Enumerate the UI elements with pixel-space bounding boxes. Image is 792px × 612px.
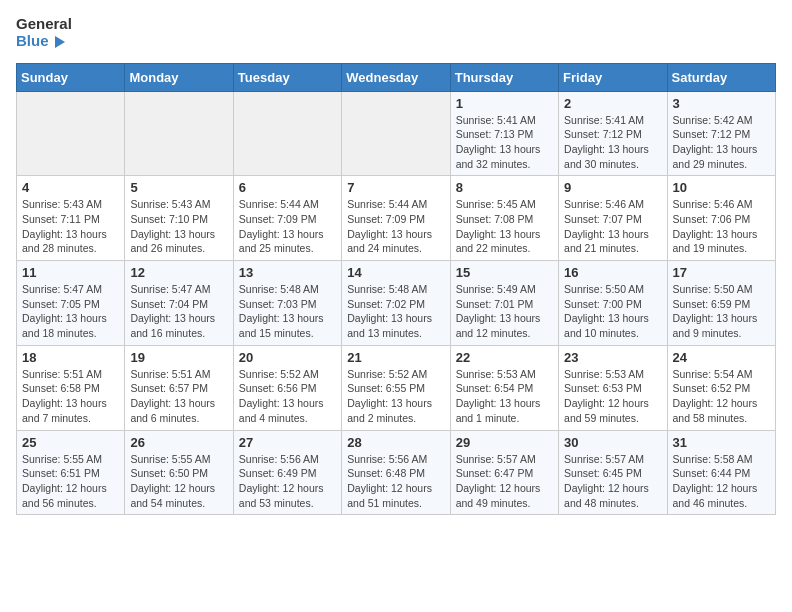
calendar-cell: 25Sunrise: 5:55 AM Sunset: 6:51 PM Dayli… <box>17 430 125 515</box>
calendar-cell: 22Sunrise: 5:53 AM Sunset: 6:54 PM Dayli… <box>450 345 558 430</box>
calendar-table: SundayMondayTuesdayWednesdayThursdayFrid… <box>16 63 776 516</box>
calendar-week-row: 11Sunrise: 5:47 AM Sunset: 7:05 PM Dayli… <box>17 261 776 346</box>
calendar-cell: 19Sunrise: 5:51 AM Sunset: 6:57 PM Dayli… <box>125 345 233 430</box>
day-number: 29 <box>456 435 553 450</box>
day-number: 5 <box>130 180 227 195</box>
day-number: 9 <box>564 180 661 195</box>
day-info: Sunrise: 5:45 AM Sunset: 7:08 PM Dayligh… <box>456 197 553 256</box>
logo-text: General Blue <box>16 16 72 51</box>
calendar-cell: 15Sunrise: 5:49 AM Sunset: 7:01 PM Dayli… <box>450 261 558 346</box>
day-number: 31 <box>673 435 770 450</box>
calendar-cell: 1Sunrise: 5:41 AM Sunset: 7:13 PM Daylig… <box>450 91 558 176</box>
day-number: 21 <box>347 350 444 365</box>
calendar-cell: 10Sunrise: 5:46 AM Sunset: 7:06 PM Dayli… <box>667 176 775 261</box>
calendar-cell <box>17 91 125 176</box>
day-info: Sunrise: 5:56 AM Sunset: 6:49 PM Dayligh… <box>239 452 336 511</box>
day-number: 20 <box>239 350 336 365</box>
day-number: 22 <box>456 350 553 365</box>
calendar-cell: 26Sunrise: 5:55 AM Sunset: 6:50 PM Dayli… <box>125 430 233 515</box>
day-number: 2 <box>564 96 661 111</box>
calendar-cell: 11Sunrise: 5:47 AM Sunset: 7:05 PM Dayli… <box>17 261 125 346</box>
day-info: Sunrise: 5:41 AM Sunset: 7:12 PM Dayligh… <box>564 113 661 172</box>
calendar-cell: 29Sunrise: 5:57 AM Sunset: 6:47 PM Dayli… <box>450 430 558 515</box>
day-info: Sunrise: 5:54 AM Sunset: 6:52 PM Dayligh… <box>673 367 770 426</box>
day-number: 13 <box>239 265 336 280</box>
calendar-cell: 3Sunrise: 5:42 AM Sunset: 7:12 PM Daylig… <box>667 91 775 176</box>
header-cell-sunday: Sunday <box>17 63 125 91</box>
day-info: Sunrise: 5:51 AM Sunset: 6:58 PM Dayligh… <box>22 367 119 426</box>
day-number: 18 <box>22 350 119 365</box>
day-info: Sunrise: 5:43 AM Sunset: 7:11 PM Dayligh… <box>22 197 119 256</box>
calendar-cell: 31Sunrise: 5:58 AM Sunset: 6:44 PM Dayli… <box>667 430 775 515</box>
header-cell-wednesday: Wednesday <box>342 63 450 91</box>
day-info: Sunrise: 5:48 AM Sunset: 7:03 PM Dayligh… <box>239 282 336 341</box>
calendar-cell: 4Sunrise: 5:43 AM Sunset: 7:11 PM Daylig… <box>17 176 125 261</box>
day-info: Sunrise: 5:50 AM Sunset: 7:00 PM Dayligh… <box>564 282 661 341</box>
day-number: 12 <box>130 265 227 280</box>
calendar-body: 1Sunrise: 5:41 AM Sunset: 7:13 PM Daylig… <box>17 91 776 515</box>
day-number: 6 <box>239 180 336 195</box>
day-number: 30 <box>564 435 661 450</box>
calendar-week-row: 1Sunrise: 5:41 AM Sunset: 7:13 PM Daylig… <box>17 91 776 176</box>
calendar-week-row: 25Sunrise: 5:55 AM Sunset: 6:51 PM Dayli… <box>17 430 776 515</box>
calendar-cell: 9Sunrise: 5:46 AM Sunset: 7:07 PM Daylig… <box>559 176 667 261</box>
day-number: 10 <box>673 180 770 195</box>
calendar-cell: 13Sunrise: 5:48 AM Sunset: 7:03 PM Dayli… <box>233 261 341 346</box>
calendar-cell <box>342 91 450 176</box>
day-number: 8 <box>456 180 553 195</box>
calendar-cell: 8Sunrise: 5:45 AM Sunset: 7:08 PM Daylig… <box>450 176 558 261</box>
calendar-header: SundayMondayTuesdayWednesdayThursdayFrid… <box>17 63 776 91</box>
day-info: Sunrise: 5:55 AM Sunset: 6:51 PM Dayligh… <box>22 452 119 511</box>
header-row: SundayMondayTuesdayWednesdayThursdayFrid… <box>17 63 776 91</box>
day-info: Sunrise: 5:55 AM Sunset: 6:50 PM Dayligh… <box>130 452 227 511</box>
calendar-cell: 6Sunrise: 5:44 AM Sunset: 7:09 PM Daylig… <box>233 176 341 261</box>
day-info: Sunrise: 5:43 AM Sunset: 7:10 PM Dayligh… <box>130 197 227 256</box>
calendar-cell: 14Sunrise: 5:48 AM Sunset: 7:02 PM Dayli… <box>342 261 450 346</box>
day-number: 3 <box>673 96 770 111</box>
day-info: Sunrise: 5:57 AM Sunset: 6:45 PM Dayligh… <box>564 452 661 511</box>
day-info: Sunrise: 5:53 AM Sunset: 6:54 PM Dayligh… <box>456 367 553 426</box>
day-number: 25 <box>22 435 119 450</box>
calendar-cell: 28Sunrise: 5:56 AM Sunset: 6:48 PM Dayli… <box>342 430 450 515</box>
day-info: Sunrise: 5:44 AM Sunset: 7:09 PM Dayligh… <box>239 197 336 256</box>
logo: General Blue <box>16 16 72 51</box>
day-number: 16 <box>564 265 661 280</box>
day-info: Sunrise: 5:52 AM Sunset: 6:56 PM Dayligh… <box>239 367 336 426</box>
logo-line1: General <box>16 16 72 33</box>
calendar-cell: 7Sunrise: 5:44 AM Sunset: 7:09 PM Daylig… <box>342 176 450 261</box>
calendar-cell: 16Sunrise: 5:50 AM Sunset: 7:00 PM Dayli… <box>559 261 667 346</box>
day-number: 24 <box>673 350 770 365</box>
header-cell-tuesday: Tuesday <box>233 63 341 91</box>
calendar-cell: 2Sunrise: 5:41 AM Sunset: 7:12 PM Daylig… <box>559 91 667 176</box>
header-cell-friday: Friday <box>559 63 667 91</box>
day-info: Sunrise: 5:52 AM Sunset: 6:55 PM Dayligh… <box>347 367 444 426</box>
calendar-cell: 27Sunrise: 5:56 AM Sunset: 6:49 PM Dayli… <box>233 430 341 515</box>
calendar-cell: 30Sunrise: 5:57 AM Sunset: 6:45 PM Dayli… <box>559 430 667 515</box>
day-number: 19 <box>130 350 227 365</box>
page-header: General Blue <box>16 16 776 51</box>
day-info: Sunrise: 5:47 AM Sunset: 7:04 PM Dayligh… <box>130 282 227 341</box>
day-info: Sunrise: 5:44 AM Sunset: 7:09 PM Dayligh… <box>347 197 444 256</box>
calendar-cell: 21Sunrise: 5:52 AM Sunset: 6:55 PM Dayli… <box>342 345 450 430</box>
header-cell-thursday: Thursday <box>450 63 558 91</box>
day-info: Sunrise: 5:46 AM Sunset: 7:06 PM Dayligh… <box>673 197 770 256</box>
day-info: Sunrise: 5:53 AM Sunset: 6:53 PM Dayligh… <box>564 367 661 426</box>
calendar-cell: 17Sunrise: 5:50 AM Sunset: 6:59 PM Dayli… <box>667 261 775 346</box>
day-number: 15 <box>456 265 553 280</box>
calendar-cell <box>125 91 233 176</box>
day-info: Sunrise: 5:51 AM Sunset: 6:57 PM Dayligh… <box>130 367 227 426</box>
day-number: 4 <box>22 180 119 195</box>
calendar-week-row: 18Sunrise: 5:51 AM Sunset: 6:58 PM Dayli… <box>17 345 776 430</box>
day-info: Sunrise: 5:46 AM Sunset: 7:07 PM Dayligh… <box>564 197 661 256</box>
calendar-cell: 12Sunrise: 5:47 AM Sunset: 7:04 PM Dayli… <box>125 261 233 346</box>
logo-arrow-icon <box>51 33 69 51</box>
calendar-cell <box>233 91 341 176</box>
calendar-cell: 18Sunrise: 5:51 AM Sunset: 6:58 PM Dayli… <box>17 345 125 430</box>
day-number: 26 <box>130 435 227 450</box>
day-number: 23 <box>564 350 661 365</box>
day-info: Sunrise: 5:49 AM Sunset: 7:01 PM Dayligh… <box>456 282 553 341</box>
header-cell-saturday: Saturday <box>667 63 775 91</box>
calendar-cell: 5Sunrise: 5:43 AM Sunset: 7:10 PM Daylig… <box>125 176 233 261</box>
day-info: Sunrise: 5:50 AM Sunset: 6:59 PM Dayligh… <box>673 282 770 341</box>
day-number: 1 <box>456 96 553 111</box>
